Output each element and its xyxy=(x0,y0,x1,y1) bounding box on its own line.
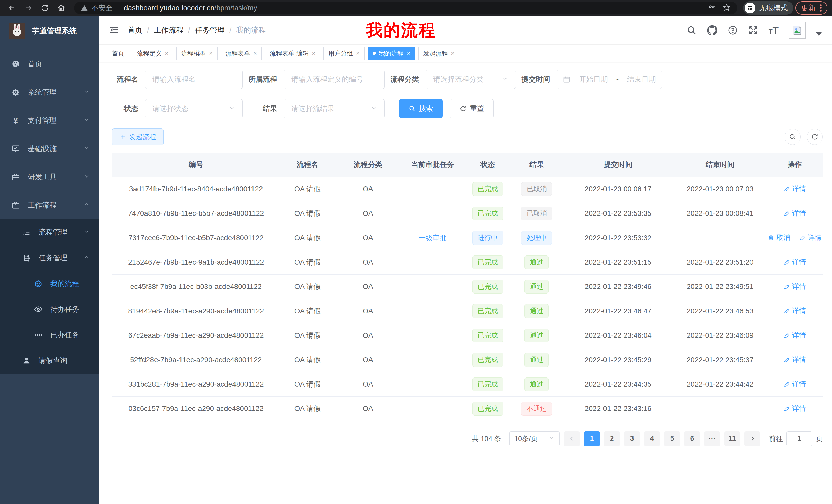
start-date-placeholder[interactable]: 开始日期 xyxy=(579,75,608,84)
breadcrumb-home[interactable]: 首页 xyxy=(128,25,142,35)
process-name-field[interactable] xyxy=(153,75,235,83)
page-button-5[interactable]: 5 xyxy=(664,431,680,446)
close-icon[interactable]: × xyxy=(451,50,454,57)
page-button-2[interactable]: 2 xyxy=(604,431,620,446)
result-select[interactable]: 请选择流结果 xyxy=(284,99,385,118)
breadcrumb-task-mgmt[interactable]: 任务管理 xyxy=(195,25,225,35)
process-category-select[interactable]: 请选择流程分类 xyxy=(426,70,516,89)
process-name-input[interactable] xyxy=(145,70,243,89)
sidebar-item-home[interactable]: 首页 xyxy=(0,50,99,78)
detail-link[interactable]: 详情 xyxy=(783,306,806,315)
forward-icon[interactable] xyxy=(21,1,35,15)
close-icon[interactable]: × xyxy=(209,50,213,57)
goto-page-input[interactable] xyxy=(786,431,812,446)
close-icon[interactable]: × xyxy=(312,50,315,57)
sidebar-item-payment[interactable]: ¥ 支付管理 xyxy=(0,106,99,135)
close-icon[interactable]: × xyxy=(253,50,257,57)
chevron-down-icon xyxy=(83,228,90,236)
reset-button[interactable]: 重置 xyxy=(450,99,494,118)
sidebar-item-todo-tasks[interactable]: 待办任务 xyxy=(0,297,99,322)
eye-closed-icon xyxy=(34,331,43,339)
breadcrumb-workflow[interactable]: 工作流程 xyxy=(154,25,184,35)
avatar[interactable] xyxy=(789,22,806,39)
page-button-1[interactable]: 1 xyxy=(584,431,600,446)
process-definition-field[interactable] xyxy=(291,75,377,83)
sidebar-item-task-mgmt[interactable]: 任务管理 xyxy=(0,245,99,271)
status-select[interactable]: 请选择状态 xyxy=(145,99,243,118)
bookmark-star-icon[interactable] xyxy=(723,3,731,12)
sidebar-item-infra[interactable]: 基础设施 xyxy=(0,135,99,163)
update-button[interactable]: 更新 xyxy=(796,1,827,15)
address-bar[interactable]: 不安全 dashboard.yudao.iocoder.cn/bpm/task/… xyxy=(74,2,737,14)
sidebar-item-my-process[interactable]: 我的流程 xyxy=(0,271,99,297)
detail-label: 详情 xyxy=(792,380,806,389)
tab-user-group[interactable]: 用户分组× xyxy=(323,47,365,60)
close-icon[interactable]: × xyxy=(165,50,168,57)
detail-link[interactable]: 详情 xyxy=(783,282,806,291)
page-button-11[interactable]: 11 xyxy=(724,431,740,446)
sidebar-item-done-tasks[interactable]: 已办任务 xyxy=(0,322,99,348)
col-task: 当前审批任务 xyxy=(400,152,465,177)
tab-process-form[interactable]: 流程表单× xyxy=(220,47,262,60)
tab-process-definition[interactable]: 流程定义× xyxy=(132,47,173,60)
detail-link[interactable]: 详情 xyxy=(783,380,806,389)
help-icon[interactable] xyxy=(728,25,738,35)
tab-my-process[interactable]: 我的流程× xyxy=(368,47,415,60)
chevron-down-icon xyxy=(502,75,508,84)
close-icon[interactable]: × xyxy=(407,50,410,57)
github-icon[interactable] xyxy=(707,25,717,35)
refresh-button[interactable] xyxy=(807,129,823,145)
next-page-button[interactable] xyxy=(744,431,760,446)
reload-icon[interactable] xyxy=(37,1,52,15)
fullscreen-icon[interactable] xyxy=(748,25,758,35)
sidebar-toggle-icon[interactable] xyxy=(109,25,119,36)
detail-link[interactable]: 详情 xyxy=(783,208,806,218)
home-icon[interactable] xyxy=(54,1,69,15)
logo-row[interactable]: 芋道管理系统 xyxy=(0,16,99,46)
caret-down-icon[interactable] xyxy=(816,32,822,36)
tab-process-form-edit[interactable]: 流程表单-编辑× xyxy=(265,47,320,60)
task-link[interactable]: 一级审批 xyxy=(419,233,447,243)
tab-start-process[interactable]: 发起流程× xyxy=(418,47,460,60)
process-definition-input[interactable] xyxy=(284,70,385,89)
status-badge: 已完成 xyxy=(472,304,503,318)
font-size-icon[interactable]: TT xyxy=(769,25,779,35)
end-date-placeholder[interactable]: 结束日期 xyxy=(627,75,656,84)
detail-link[interactable]: 详情 xyxy=(783,184,806,193)
submit-time-range-picker[interactable]: 开始日期 - 结束日期 xyxy=(557,70,662,89)
menu-dots-icon[interactable] xyxy=(820,4,822,11)
result-badge: 通过 xyxy=(524,255,549,269)
sidebar-item-leave-query[interactable]: 请假查询 xyxy=(0,348,99,373)
active-dot xyxy=(372,52,376,55)
toggle-search-button[interactable] xyxy=(785,129,801,145)
detail-link[interactable]: 详情 xyxy=(783,404,806,413)
detail-link[interactable]: 详情 xyxy=(783,355,806,364)
start-process-button[interactable]: 发起流程 xyxy=(112,129,163,145)
page-more-button[interactable]: ··· xyxy=(704,431,720,446)
detail-link[interactable]: 详情 xyxy=(783,257,806,267)
page-button-4[interactable]: 4 xyxy=(644,431,660,446)
close-icon[interactable]: × xyxy=(356,50,360,57)
cancel-link[interactable]: 取消 xyxy=(768,233,790,242)
back-icon[interactable] xyxy=(5,1,19,15)
sidebar-item-workflow[interactable]: 工作流程 xyxy=(0,191,99,219)
prev-page-button[interactable] xyxy=(564,431,580,446)
sidebar-item-devtools[interactable]: 研发工具 xyxy=(0,163,99,191)
chevron-down-icon xyxy=(83,88,90,96)
search-icon[interactable] xyxy=(686,25,697,35)
tab-process-model[interactable]: 流程模型× xyxy=(176,47,217,60)
sidebar-item-process-mgmt[interactable]: 流程管理 xyxy=(0,219,99,245)
detail-link[interactable]: 详情 xyxy=(799,233,822,242)
page-size-select[interactable]: 10条/页 xyxy=(509,431,560,446)
detail-link[interactable]: 详情 xyxy=(783,331,806,340)
page-button-3[interactable]: 3 xyxy=(624,431,640,446)
sidebar-item-system[interactable]: 系统管理 xyxy=(0,78,99,106)
tab-home[interactable]: 首页 xyxy=(107,47,129,60)
page-button-6[interactable]: 6 xyxy=(684,431,700,446)
key-icon[interactable] xyxy=(708,4,716,12)
cell-submit-time: 2022-01-22 23:49:46 xyxy=(563,274,673,299)
table-row: 819442e8-7b9a-11ec-a290-acde48001122 OA … xyxy=(112,299,823,323)
select-placeholder: 请选择流程分类 xyxy=(433,75,484,84)
search-button[interactable]: 搜索 xyxy=(399,99,443,118)
browser-toolbar: 不安全 dashboard.yudao.iocoder.cn/bpm/task/… xyxy=(0,0,832,16)
